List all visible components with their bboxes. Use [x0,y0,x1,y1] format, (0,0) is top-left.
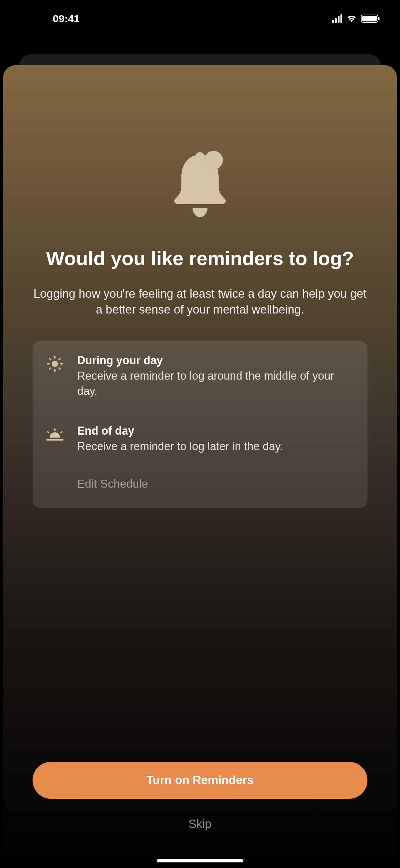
reminder-during-day: During your day Receive a reminder to lo… [44,341,356,411]
edit-schedule-link[interactable]: Edit Schedule [77,477,356,491]
reminders-sheet: Would you like reminders to log? Logging… [3,65,397,868]
edit-schedule-row[interactable]: Edit Schedule [44,467,356,508]
svg-rect-8 [49,358,52,361]
svg-rect-13 [46,439,63,440]
svg-rect-2 [54,356,56,359]
svg-rect-3 [54,369,56,372]
svg-rect-7 [49,367,52,370]
battery-icon [361,14,378,23]
svg-rect-10 [54,428,56,431]
skip-button[interactable]: Skip [33,814,367,834]
page-heading: Would you like reminders to log? [3,247,397,270]
reminder-title: End of day [77,424,356,438]
svg-point-0 [204,151,223,169]
status-indicators [332,14,385,24]
wifi-icon [346,14,357,24]
bell-badge-icon [169,149,231,220]
sun-icon [44,354,66,373]
page-subheading: Logging how you're feeling at least twic… [3,286,397,318]
svg-rect-5 [60,363,63,365]
reminder-description: Receive a reminder to log around the mid… [77,369,356,399]
svg-rect-11 [47,431,49,434]
svg-rect-9 [58,367,61,370]
svg-rect-6 [58,358,61,361]
reminders-card: During your day Receive a reminder to lo… [33,341,367,507]
home-indicator[interactable] [157,859,243,862]
turn-on-reminders-button[interactable]: Turn on Reminders [33,762,367,799]
reminder-title: During your day [77,353,356,368]
reminder-end-of-day: End of day Receive a reminder to log lat… [44,411,356,467]
sunset-icon [44,425,66,444]
svg-rect-12 [60,431,63,434]
cellular-signal-icon [332,14,342,23]
reminder-description: Receive a reminder to log later in the d… [77,439,356,454]
status-time: 09:41 [15,13,80,25]
status-bar: 09:41 [0,0,400,37]
svg-point-1 [52,361,58,367]
svg-rect-4 [47,363,49,365]
